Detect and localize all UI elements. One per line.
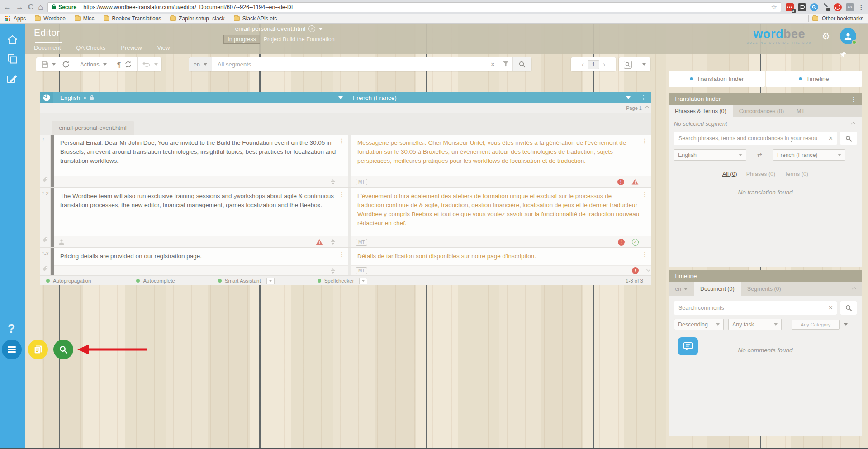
segment-search-input[interactable] (212, 61, 487, 68)
segment-selection-bar[interactable] (51, 188, 54, 247)
collapse-icon[interactable] (853, 282, 862, 296)
statistics-pie-icon[interactable] (40, 92, 53, 103)
segment-menu-icon[interactable]: ⋮ (642, 191, 648, 198)
search-fab-button[interactable] (53, 340, 73, 359)
undo-button[interactable] (137, 57, 163, 71)
more-tools-dropdown[interactable] (637, 57, 651, 71)
bookmark-star-icon[interactable]: ☆ (771, 3, 777, 11)
gear-icon[interactable]: ⚙ (822, 31, 830, 42)
menu-hamburger-button[interactable] (2, 340, 22, 359)
validated-check-icon[interactable]: ✓ (632, 239, 639, 246)
tab-preview[interactable]: Preview (121, 44, 142, 51)
source-column-dropdown-icon[interactable] (338, 96, 343, 99)
segment-menu-icon[interactable]: ⋮ (339, 191, 345, 198)
notes-fab-button[interactable] (28, 340, 48, 359)
error-icon[interactable]: ! (618, 239, 625, 246)
tab-mt[interactable]: MT (790, 105, 811, 117)
document-dropdown-icon[interactable] (318, 28, 323, 30)
comments-search-button[interactable] (840, 301, 857, 315)
adblock-extension-icon[interactable] (834, 3, 842, 11)
secure-padlock-icon[interactable]: Secure (52, 4, 76, 10)
close-document-icon[interactable]: × (308, 25, 315, 32)
bookmark-folder-misc[interactable]: Misc (75, 15, 95, 22)
filter-all-link[interactable]: All (0) (722, 171, 737, 177)
tag-icon[interactable] (42, 265, 48, 274)
tab-view[interactable]: View (157, 44, 170, 51)
clear-search-icon[interactable]: × (825, 304, 837, 312)
category-dropdown-icon[interactable] (844, 323, 848, 326)
timeline-toggle[interactable]: Timeline (766, 71, 862, 87)
pin-icon[interactable] (839, 51, 847, 61)
bookmark-folder-zapier[interactable]: Zapier setup -slack (170, 15, 224, 22)
resize-handle-icon[interactable] (330, 268, 336, 274)
task-filter-select[interactable]: Any task (728, 319, 782, 330)
tab-document-comments[interactable]: Document (0) (694, 282, 741, 296)
timeline-language-select[interactable]: en (669, 282, 694, 296)
spellchecker-dropdown[interactable] (359, 278, 367, 284)
translation-finder-toggle[interactable]: Translation finder (669, 71, 765, 87)
tab-segment-comments[interactable]: Segments (0) (741, 282, 787, 296)
home-icon[interactable]: ⌂ (38, 3, 43, 11)
browser-menu-icon[interactable]: ⋮ (858, 4, 864, 11)
undo-dropdown-icon[interactable] (154, 63, 158, 66)
source-cell[interactable]: Personal Email: Dear Mr John Doe, You ar… (54, 135, 348, 187)
warning-triangle-icon[interactable] (631, 179, 639, 185)
home-icon[interactable] (7, 34, 18, 47)
other-bookmarks[interactable]: Other bookmarks (808, 15, 863, 22)
refresh-icon[interactable]: C (28, 3, 33, 11)
column-menu-icon[interactable]: ⋮ (636, 94, 651, 101)
finder-search-button[interactable] (840, 132, 857, 145)
tag-icon[interactable] (42, 176, 48, 184)
back-icon[interactable]: ← (4, 3, 11, 11)
segment-selection-bar[interactable] (51, 248, 54, 275)
collapse-icon[interactable] (851, 122, 856, 126)
swap-languages-icon[interactable]: ⇄ (757, 151, 762, 158)
documents-icon[interactable] (7, 53, 18, 66)
bookmark-folder-wordbee[interactable]: Wordbee (35, 15, 65, 22)
category-filter-select[interactable]: Any Category (792, 320, 840, 330)
segment-selection-bar[interactable] (51, 135, 54, 187)
source-cell[interactable]: Pricing details are provided on our regi… (54, 248, 348, 275)
scroll-up-icon[interactable] (645, 106, 650, 110)
forward-icon[interactable]: → (16, 3, 24, 11)
chat-support-button[interactable] (678, 337, 698, 355)
bookmark-apps[interactable]: Apps (5, 15, 26, 22)
show-formatting-icon[interactable]: ¶ (117, 61, 121, 68)
user-avatar[interactable] (840, 28, 856, 44)
error-icon[interactable]: ! (632, 267, 639, 274)
target-cell[interactable]: Détails de tarification sont disponibles… (351, 248, 651, 275)
page-number-box[interactable]: 1 (588, 60, 599, 69)
finder-source-language-select[interactable]: English (674, 149, 746, 161)
bookmark-folder-beebox[interactable]: Beebox Translations (104, 15, 161, 22)
target-cell[interactable]: L'événement offrira également des atelie… (351, 188, 651, 247)
autopropagation-toggle[interactable]: Autopropagation (46, 278, 91, 284)
refresh-icon[interactable] (62, 61, 70, 68)
search-button[interactable] (512, 57, 531, 71)
save-dropdown-icon[interactable] (52, 63, 56, 66)
comments-search-input[interactable] (674, 305, 825, 311)
save-button[interactable] (36, 57, 75, 71)
file-tab[interactable]: email-personal-event.html (52, 121, 134, 135)
autocomplete-toggle[interactable]: Autocomplete (136, 278, 175, 284)
tab-document[interactable]: Document (34, 44, 61, 51)
panel-menu-icon[interactable]: ⋮ (845, 93, 863, 105)
tab-concordances[interactable]: Concordances (0) (733, 105, 790, 117)
code-extension-icon[interactable]: </> (846, 3, 854, 11)
target-column-dropdown-icon[interactable] (626, 96, 631, 99)
finder-search-input[interactable] (674, 135, 825, 142)
finder-target-language-select[interactable]: French (France) (773, 149, 845, 161)
clear-search-icon[interactable]: × (825, 134, 837, 142)
clear-search-icon[interactable]: × (487, 61, 499, 69)
segment-menu-icon[interactable]: ⋮ (642, 137, 648, 144)
actions-dropdown[interactable]: Actions (75, 57, 112, 71)
next-page-icon[interactable]: › (603, 61, 605, 69)
resize-handle-icon[interactable] (330, 239, 336, 245)
help-icon[interactable]: ? (8, 322, 15, 336)
eyedropper-extension-icon[interactable] (822, 4, 830, 11)
warning-triangle-icon[interactable] (316, 239, 323, 245)
filter-terms-link[interactable]: Terms (0) (784, 171, 808, 177)
extension-icon[interactable] (798, 3, 806, 11)
segment-menu-icon[interactable]: ⋮ (339, 251, 345, 258)
editor-icon[interactable] (7, 74, 18, 86)
tab-phrases-terms[interactable]: Phrases & Terms (0) (669, 105, 733, 117)
